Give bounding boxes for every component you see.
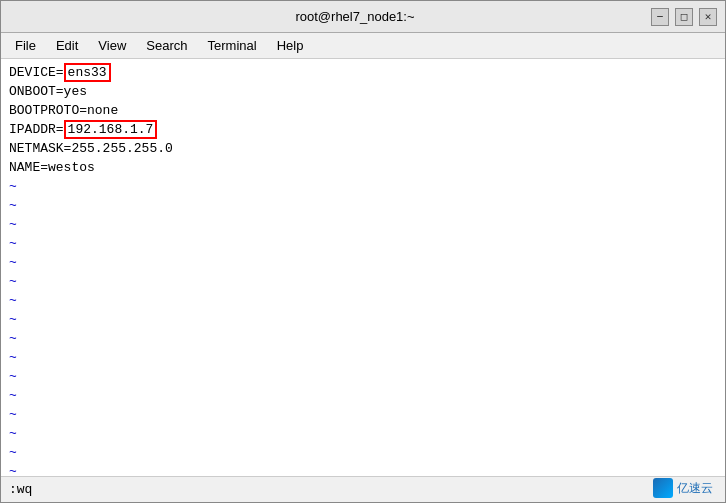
tilde-7: ~: [9, 291, 717, 310]
watermark-text: 亿速云: [677, 480, 713, 497]
tilde-6: ~: [9, 272, 717, 291]
tilde-1: ~: [9, 177, 717, 196]
menu-edit[interactable]: Edit: [46, 36, 88, 55]
tilde-4: ~: [9, 234, 717, 253]
tilde-9: ~: [9, 329, 717, 348]
menu-file[interactable]: File: [5, 36, 46, 55]
tilde-3: ~: [9, 215, 717, 234]
tilde-2: ~: [9, 196, 717, 215]
menu-terminal[interactable]: Terminal: [198, 36, 267, 55]
tilde-12: ~: [9, 386, 717, 405]
watermark-icon: [653, 478, 673, 498]
editor-line-2: ONBOOT=yes: [9, 82, 717, 101]
minimize-button[interactable]: −: [651, 8, 669, 26]
menu-view[interactable]: View: [88, 36, 136, 55]
editor-line-5: NETMASK=255.255.255.0: [9, 139, 717, 158]
window-title: root@rhel7_node1:~: [59, 9, 651, 24]
vim-command: :wq: [9, 482, 32, 497]
editor-area[interactable]: DEVICE=ens33 ONBOOT=yes BOOTPROTO=none I…: [1, 59, 725, 502]
line-text-3: BOOTPROTO=none: [9, 103, 118, 118]
editor-line-1: DEVICE=ens33: [9, 63, 717, 82]
line-text-1: DEVICE=ens33: [9, 65, 111, 80]
line-text-5: NETMASK=255.255.255.0: [9, 141, 173, 156]
line-text-6: NAME=westos: [9, 160, 95, 175]
tilde-16: ~: [9, 462, 717, 476]
tilde-11: ~: [9, 367, 717, 386]
title-bar: root@rhel7_node1:~ − □ ✕: [1, 1, 725, 33]
text-content[interactable]: DEVICE=ens33 ONBOOT=yes BOOTPROTO=none I…: [1, 59, 725, 476]
tilde-15: ~: [9, 443, 717, 462]
line-text-4: IPADDR=192.168.1.7: [9, 122, 157, 137]
maximize-button[interactable]: □: [675, 8, 693, 26]
menu-help[interactable]: Help: [267, 36, 314, 55]
line-text-2: ONBOOT=yes: [9, 84, 87, 99]
editor-line-3: BOOTPROTO=none: [9, 101, 717, 120]
editor-line-6: NAME=westos: [9, 158, 717, 177]
tilde-8: ~: [9, 310, 717, 329]
watermark: 亿速云: [653, 478, 713, 498]
menu-search[interactable]: Search: [136, 36, 197, 55]
tilde-13: ~: [9, 405, 717, 424]
status-bar: :wq 亿速云: [1, 476, 725, 502]
tilde-5: ~: [9, 253, 717, 272]
window-controls: − □ ✕: [651, 8, 717, 26]
tilde-10: ~: [9, 348, 717, 367]
highlight-device: ens33: [64, 63, 111, 82]
highlight-ipaddr: 192.168.1.7: [64, 120, 158, 139]
editor-line-4: IPADDR=192.168.1.7: [9, 120, 717, 139]
tilde-14: ~: [9, 424, 717, 443]
close-button[interactable]: ✕: [699, 8, 717, 26]
terminal-window: root@rhel7_node1:~ − □ ✕ File Edit View …: [0, 0, 726, 503]
menu-bar: File Edit View Search Terminal Help: [1, 33, 725, 59]
